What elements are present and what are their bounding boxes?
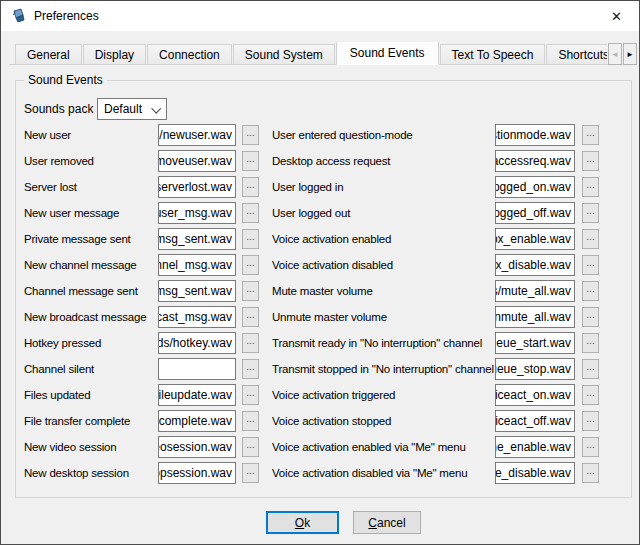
browse-button[interactable]: ... — [582, 411, 599, 431]
ok-button[interactable]: Ok — [266, 511, 339, 534]
sound-event-row: User removedemoveuser.wav... — [24, 150, 259, 172]
sound-file-field[interactable]: /user_msg.wav — [158, 202, 236, 224]
sound-event-label: Voice activation disabled — [272, 259, 495, 271]
sound-file-value: /serverlost.wav — [158, 180, 232, 194]
browse-button[interactable]: ... — [242, 359, 259, 379]
browse-button[interactable]: ... — [242, 281, 259, 301]
sound-file-field[interactable]: ne_enable.wav — [495, 436, 575, 458]
sound-events-group: Sound Events Sounds pack Default New use… — [15, 80, 632, 498]
sound-rows-right: User entered question-modestionmode.wav.… — [272, 124, 599, 484]
browse-button[interactable]: ... — [242, 307, 259, 327]
browse-button[interactable]: ... — [582, 437, 599, 457]
sound-event-row: Voice activation disabled via "Me" menun… — [272, 462, 599, 484]
sound-file-field[interactable]: _complete.wav — [158, 410, 236, 432]
browse-button[interactable]: ... — [242, 463, 259, 483]
tab-general[interactable]: General — [15, 44, 82, 65]
sound-file-field[interactable]: ds/hotkey.wav — [158, 332, 236, 354]
browse-button[interactable]: ... — [582, 281, 599, 301]
sound-file-field[interactable]: s/mute_all.wav — [495, 280, 575, 302]
tab-connection[interactable]: Connection — [147, 44, 232, 65]
sound-file-value: ox_enable.wav — [495, 232, 571, 246]
sound-file-field[interactable]: dcast_msg.wav — [158, 306, 236, 328]
browse-button[interactable]: ... — [582, 255, 599, 275]
sound-file-field[interactable]: topsession.wav — [158, 462, 236, 484]
browse-button[interactable]: ... — [582, 177, 599, 197]
sound-file-value: s/mute_all.wav — [495, 284, 571, 298]
browse-button[interactable]: ... — [582, 307, 599, 327]
sound-file-value: _msg_sent.wav — [158, 232, 232, 246]
sound-file-field[interactable]: deosession.wav — [158, 436, 236, 458]
sound-file-field[interactable]: accessreq.wav — [495, 150, 575, 172]
browse-button[interactable]: ... — [582, 359, 599, 379]
browse-button[interactable]: ... — [242, 411, 259, 431]
browse-button[interactable]: ... — [582, 151, 599, 171]
browse-button[interactable]: ... — [242, 151, 259, 171]
browse-button[interactable]: ... — [242, 229, 259, 249]
sound-event-row: User logged inlogged_on.wav... — [272, 176, 599, 198]
browse-button[interactable]: ... — [582, 203, 599, 223]
sound-file-field[interactable]: ox_disable.wav — [495, 254, 575, 276]
sound-file-field[interactable]: /serverlost.wav — [158, 176, 236, 198]
sound-event-row: Voice activation enabledox_enable.wav... — [272, 228, 599, 250]
sound-file-field[interactable]: s/newuser.wav — [158, 124, 236, 146]
sound-file-value: topsession.wav — [158, 466, 232, 480]
browse-button[interactable]: ... — [242, 255, 259, 275]
browse-button[interactable]: ... — [242, 333, 259, 353]
tab-shortcuts[interactable]: Shortcuts — [546, 44, 607, 65]
sound-file-field[interactable]: emoveuser.wav — [158, 150, 236, 172]
sound-file-field[interactable]: ogged_off.wav — [495, 202, 575, 224]
sound-file-field[interactable] — [158, 358, 236, 380]
sound-file-field[interactable]: _msg_sent.wav — [158, 280, 236, 302]
sound-file-value: emoveuser.wav — [158, 154, 232, 168]
sound-event-row: Files updated/fileupdate.wav... — [24, 384, 259, 406]
sound-file-value: ueue_stop.wav — [495, 362, 571, 376]
sounds-pack-label: Sounds pack — [24, 102, 97, 116]
sound-file-value: dcast_msg.wav — [158, 310, 232, 324]
sound-file-value: stionmode.wav — [495, 128, 571, 142]
sound-file-value: /user_msg.wav — [158, 206, 232, 220]
browse-button[interactable]: ... — [242, 203, 259, 223]
sound-event-label: Voice activation triggered — [272, 389, 495, 401]
browse-button[interactable]: ... — [582, 463, 599, 483]
tab-scroll-right-icon[interactable]: ► — [623, 43, 637, 65]
sound-file-field[interactable]: unmute_all.wav — [495, 306, 575, 328]
browse-button[interactable]: ... — [242, 437, 259, 457]
sound-file-field[interactable]: annel_msg.wav — [158, 254, 236, 276]
browse-button[interactable]: ... — [242, 125, 259, 145]
sound-file-field[interactable]: logged_on.wav — [495, 176, 575, 198]
close-button[interactable]: ✕ — [594, 1, 639, 31]
sound-event-row: New channel messageannel_msg.wav... — [24, 254, 259, 276]
tab-sound-system[interactable]: Sound System — [233, 44, 335, 65]
sound-file-field[interactable]: ox_enable.wav — [495, 228, 575, 250]
sound-event-label: New video session — [24, 441, 158, 453]
sound-file-field[interactable]: oiceact_on.wav — [495, 384, 575, 406]
sound-event-row: Unmute master volumeunmute_all.wav... — [272, 306, 599, 328]
sound-file-field[interactable]: stionmode.wav — [495, 124, 575, 146]
browse-button[interactable]: ... — [582, 229, 599, 249]
sound-event-label: Voice activation disabled via "Me" menu — [272, 467, 495, 479]
browse-button[interactable]: ... — [582, 333, 599, 353]
tab-sound-events[interactable]: Sound Events — [336, 42, 439, 65]
sound-event-row: User entered question-modestionmode.wav.… — [272, 124, 599, 146]
sound-file-field[interactable]: oiceact_off.wav — [495, 410, 575, 432]
sound-file-value: ne_disable.wav — [495, 466, 571, 480]
tab-display[interactable]: Display — [83, 44, 146, 65]
sound-file-field[interactable]: ueue_start.wav — [495, 332, 575, 354]
sound-event-label: Files updated — [24, 389, 158, 401]
sound-file-field[interactable]: _msg_sent.wav — [158, 228, 236, 250]
sound-file-field[interactable]: ueue_stop.wav — [495, 358, 575, 380]
sounds-pack-select[interactable]: Default — [97, 98, 167, 120]
tab-scroll-left-icon[interactable]: ◄ — [608, 43, 622, 65]
browse-button[interactable]: ... — [242, 177, 259, 197]
browse-button[interactable]: ... — [242, 385, 259, 405]
sound-file-field[interactable]: ne_disable.wav — [495, 462, 575, 484]
sound-file-value: oiceact_off.wav — [495, 414, 571, 428]
cancel-button[interactable]: Cancel — [353, 511, 421, 534]
sound-file-field[interactable]: /fileupdate.wav — [158, 384, 236, 406]
sound-file-value: unmute_all.wav — [495, 310, 571, 324]
sound-event-row: File transfer complete_complete.wav... — [24, 410, 259, 432]
tab-scroller: ◄ ► — [608, 43, 637, 65]
browse-button[interactable]: ... — [582, 385, 599, 405]
browse-button[interactable]: ... — [582, 125, 599, 145]
tab-text-to-speech[interactable]: Text To Speech — [440, 44, 546, 65]
